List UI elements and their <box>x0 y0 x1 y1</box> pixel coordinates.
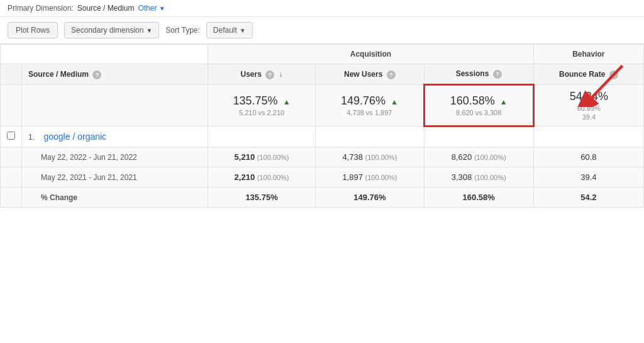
secondary-dimension-dropdown[interactable]: Secondary dimension ▼ <box>64 22 159 38</box>
sub-row1-sessions: 8,620 (100.00%) <box>424 147 533 167</box>
sub-row1-new-users: 4,738 (100.00%) <box>316 147 425 167</box>
row1-source: 1. google / organic <box>22 127 208 147</box>
users-trend-icon: ▲ <box>283 98 291 106</box>
checkbox-header <box>1 64 22 85</box>
sub-row1-users: 5,210 (100.00%) <box>208 147 316 167</box>
data-table: Acquisition Behavior Source / Medium ? U… <box>0 44 644 208</box>
summary-bounce-rate: 54.24% 60.89% 39.4 <box>533 85 643 127</box>
bounce-rate-col-header: Bounce Rate ? <box>533 64 643 85</box>
sub-row1-bounce-rate: 60.8 <box>533 147 643 167</box>
source-medium-help-icon[interactable]: ? <box>92 70 101 79</box>
row1-sessions-empty <box>424 127 533 147</box>
sub-row3-new-users: 149.76% <box>316 188 425 208</box>
users-help-icon[interactable]: ? <box>265 70 274 79</box>
top-bar: Primary Dimension: Source / Medium Other… <box>0 0 644 17</box>
summary-row: 135.75% ▲ 5,210 vs 2,210 149.76% ▲ 4,738… <box>1 85 644 127</box>
table-wrapper: Acquisition Behavior Source / Medium ? U… <box>0 44 644 208</box>
col-header-row: Source / Medium ? Users ? ↓ New Users ? … <box>1 64 644 85</box>
sub-row3-users: 135.75% <box>208 188 316 208</box>
sub-row1-checkbox <box>1 147 22 167</box>
users-sort-icon[interactable]: ↓ <box>279 70 283 79</box>
summary-new-users: 149.76% ▲ 4,738 vs 1,897 <box>316 85 425 127</box>
row1-users-empty <box>208 127 316 147</box>
sub-row3-sessions: 160.58% <box>424 188 533 208</box>
empty-group-header <box>1 45 208 64</box>
new-users-col-header: New Users ? <box>316 64 425 85</box>
row1-new-users-empty <box>316 127 425 147</box>
summary-checkbox <box>1 85 22 127</box>
new-users-help-icon[interactable]: ? <box>387 70 396 79</box>
bounce-rate-help-icon[interactable]: ? <box>609 70 618 79</box>
table-row: May 22, 2022 - Jun 21, 2022 5,210 (100.0… <box>1 147 644 167</box>
table-row: % Change 135.75% 149.76% 160.58% 54.2 <box>1 188 644 208</box>
behavior-group-header: Behavior <box>533 45 643 64</box>
sub-row3-bounce-rate: 54.2 <box>533 188 643 208</box>
sub-row3-checkbox <box>1 188 22 208</box>
primary-dimension-label: Primary Dimension: <box>8 4 74 13</box>
acquisition-group-header: Acquisition <box>208 45 534 64</box>
new-users-trend-icon: ▲ <box>391 98 398 106</box>
row1-checkbox[interactable] <box>1 127 22 147</box>
table-row: 1. google / organic <box>1 127 644 147</box>
sessions-col-header: Sessions ? <box>424 64 533 85</box>
sessions-help-icon[interactable]: ? <box>493 70 502 79</box>
group-header-row: Acquisition Behavior <box>1 45 644 64</box>
sort-type-label: Sort Type: <box>165 26 199 35</box>
data-table-container: Acquisition Behavior Source / Medium ? U… <box>0 44 644 208</box>
secondary-dimension-caret: ▼ <box>146 27 152 34</box>
sub-row2-date: May 22, 2021 - Jun 21, 2021 <box>22 167 208 188</box>
summary-source <box>22 85 208 127</box>
row1-checkbox-input[interactable] <box>7 132 15 140</box>
plot-rows-button[interactable]: Plot Rows <box>8 22 58 38</box>
sub-row3-date: % Change <box>22 188 208 208</box>
sub-row1-date: May 22, 2022 - Jun 21, 2022 <box>22 147 208 167</box>
dimension-value: Source / Medium <box>77 4 135 13</box>
sub-row2-checkbox <box>1 167 22 188</box>
sub-row2-new-users: 1,897 (100.00%) <box>316 167 425 188</box>
toolbar: Plot Rows Secondary dimension ▼ Sort Typ… <box>0 17 644 44</box>
sub-row2-sessions: 3,308 (100.00%) <box>424 167 533 188</box>
sub-row2-users: 2,210 (100.00%) <box>208 167 316 188</box>
sessions-trend-icon: ▲ <box>500 98 508 106</box>
sort-type-dropdown[interactable]: Default ▼ <box>206 22 253 38</box>
table-row: May 22, 2021 - Jun 21, 2021 2,210 (100.0… <box>1 167 644 188</box>
summary-users: 135.75% ▲ 5,210 vs 2,210 <box>208 85 316 127</box>
sub-row2-bounce-rate: 39.4 <box>533 167 643 188</box>
sort-type-caret: ▼ <box>240 27 246 34</box>
source-medium-col-header: Source / Medium ? <box>22 64 208 85</box>
row1-bounce-rate-empty <box>533 127 643 147</box>
other-link[interactable]: Other ▼ <box>138 4 165 13</box>
summary-sessions: 160.58% ▲ 8,620 vs 3,308 <box>424 85 533 127</box>
other-caret: ▼ <box>159 5 165 12</box>
users-col-header: Users ? ↓ <box>208 64 316 85</box>
